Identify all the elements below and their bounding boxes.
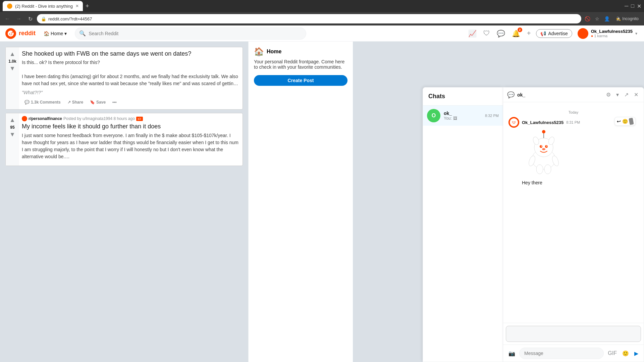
svg-point-0 [8,31,14,37]
home-widget-description: Your personal Reddit frontpage. Come her… [254,59,347,70]
post-flair: 🏷 [136,117,143,121]
search-icon: 🔍 [79,30,86,37]
chat-panel: Chats O ok_ You: 🖼 8:32 PM 💬 [423,87,644,362]
chat-message-input-box[interactable] [506,326,641,342]
svg-point-22 [542,148,545,150]
post-content: She hooked up with FWB on the same days … [19,47,243,109]
save-button[interactable]: 🔖 Save [87,98,108,107]
comments-button[interactable]: 💬 1.3k Comments [22,98,63,107]
user-menu-button[interactable]: Ok_Lawfulness5235 ● 1 karma ▾ [576,27,639,40]
minimize-button[interactable]: ─ [625,3,628,9]
chat-input-container [503,323,644,345]
post-card[interactable]: ▲ 1.0k ▼ She hooked up with FWB on the s… [5,47,243,110]
shield-icon: 🛡 [483,29,490,37]
chat-time: 8:32 PM [485,114,499,118]
incognito-icon: 🕵 [616,16,621,21]
plus-button[interactable]: + [526,28,532,39]
svg-point-2 [11,33,12,34]
back-button[interactable]: ← [3,14,12,23]
post-inner: ▲ 95 ▼ r/personalfinance Posted by u/Ima… [6,113,243,165]
trending-button[interactable]: 📈 [467,28,478,39]
bookmark-icon[interactable]: ☆ [594,15,601,23]
post-card[interactable]: ▲ 95 ▼ r/personalfinance Posted by u/Ima… [5,113,243,166]
chats-sidebar-header: Chats [423,87,503,106]
header-actions: 📈 🛡 💬 🔔 2 + 📢 Advertise Ok_Lawfulness523… [467,27,639,40]
address-bar[interactable]: 🔒 reddit.com/?rdt=44567 [37,14,581,23]
incognito-badge: 🕵 Incognito [613,16,641,22]
downvote-button[interactable]: ▼ [9,130,16,139]
chat-title-input[interactable] [517,92,602,98]
url-text: reddit.com/?rdt=44567 [48,16,92,21]
share-button[interactable]: ↗ Share [65,98,86,107]
post-meta-text: Posted by u/Imaginata1994 8 hours ago [63,116,135,121]
search-bar[interactable]: 🔍 [75,27,306,40]
message-body: Hey there [508,129,638,185]
share-icon: ↗ [67,100,71,105]
plus-icon: + [527,29,531,37]
reddit-logo-link[interactable]: reddit [5,28,36,39]
upvote-button[interactable]: ▲ [9,50,16,58]
user-avatar [578,28,588,39]
notifications-button[interactable]: 🔔 2 [511,28,522,39]
more-message-button[interactable] [629,118,633,125]
chat-avatar-letter: O [432,113,436,119]
chat-close-button[interactable]: ✕ [633,90,640,99]
close-window-button[interactable]: ✕ [637,3,641,9]
eye-off-icon[interactable]: 🚫 [583,15,592,23]
restore-button[interactable]: □ [631,3,634,9]
vote-column: ▲ 95 ▼ [6,113,19,165]
chat-icon: 💬 [497,30,505,37]
chat-avatar: O [427,109,440,122]
browser-tab-active[interactable]: 🟠 (2) Reddit - Dive into anything ✕ [3,1,83,11]
downvote-button[interactable]: ▼ [9,64,16,73]
advertise-button[interactable]: 📢 Advertise [536,29,572,38]
post-title[interactable]: My income feels like it should go furthe… [22,123,240,130]
more-button[interactable]: ••• [110,98,119,107]
chat-button[interactable]: 💬 [495,28,506,39]
home-dropdown-button[interactable]: 🏠 Home ▾ [41,29,69,38]
reply-button[interactable]: ↩ [617,119,621,124]
notification-badge: 2 [518,27,522,32]
browser-chrome: 🟠 (2) Reddit - Dive into anything ✕ + ─ … [0,0,644,25]
home-icon: 🏠 [44,31,49,36]
chat-preview: You: 🖼 [444,116,482,121]
chat-back-icon[interactable]: 💬 [507,91,515,99]
forward-button[interactable]: → [14,14,23,23]
post-quote: "What?!?" [22,90,240,95]
username-label: Ok_Lawfulness5235 [591,29,633,34]
message-avatar [508,117,519,128]
right-panel: 🏠 Home Your personal Reddit frontpage. C… [248,42,353,362]
emoji-reaction-button[interactable]: 🙂 [622,119,628,124]
tab-close-button[interactable]: ✕ [75,4,79,8]
reload-button[interactable]: ↻ [25,14,35,23]
home-widget-icon: 🏠 [254,47,264,56]
subreddit-link[interactable]: r/personalfinance [29,116,62,121]
gif-button[interactable]: GIF [606,349,618,358]
emoji-button[interactable]: 🙂 [621,349,630,358]
home-widget: 🏠 Home Your personal Reddit frontpage. C… [254,47,347,86]
chat-input-area: 📷 GIF 🙂 ▶ [503,345,644,362]
premium-button[interactable]: 🛡 [482,28,491,39]
camera-button[interactable]: 📷 [507,349,517,358]
chat-name: ok_ [444,111,482,116]
search-input[interactable] [89,31,302,36]
chats-list: O ok_ You: 🖼 8:32 PM [423,106,503,362]
chat-window-header: 💬 ⚙ ▾ ↗ ✕ [503,87,644,102]
chat-settings-button[interactable]: ⚙ [605,90,612,99]
svg-point-11 [515,122,515,122]
bookmark-icon: 🔖 [90,100,95,105]
user-dropdown-icon: ▾ [635,31,637,36]
create-post-button[interactable]: Create Post [254,75,347,86]
post-title[interactable]: She hooked up with FWB on the same days … [22,50,240,58]
new-tab-button[interactable]: + [84,1,91,11]
chat-list-item[interactable]: O ok_ You: 🖼 8:32 PM [423,106,503,126]
chat-dropdown-button[interactable]: ▾ [615,90,620,99]
comment-icon: 💬 [24,100,30,105]
send-button[interactable]: ▶ [633,349,640,358]
message-input[interactable] [519,348,604,359]
upvote-button[interactable]: ▲ [9,116,16,124]
post-content: r/personalfinance Posted by u/Imaginata1… [19,113,243,165]
profile-icon[interactable]: 👤 [603,15,611,23]
chat-popout-button[interactable]: ↗ [623,90,630,99]
message-time: 8:31 PM [566,120,580,124]
